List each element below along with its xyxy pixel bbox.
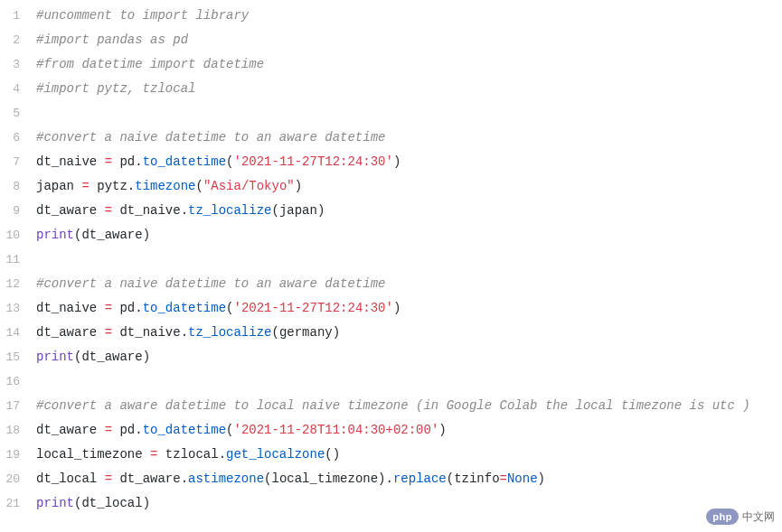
line-number: 20 bbox=[0, 467, 36, 491]
line-content: print(dt_local) bbox=[36, 491, 150, 516]
line-number: 15 bbox=[0, 345, 36, 369]
line-content: dt_aware = pd.to_datetime('2021-11-28T11… bbox=[36, 418, 447, 443]
line-number: 2 bbox=[0, 28, 36, 52]
line-number: 3 bbox=[0, 52, 36, 77]
code-line: 12#convert a naive datetime to an aware … bbox=[0, 272, 782, 296]
line-content: dt_local = dt_aware.astimezone(local_tim… bbox=[36, 467, 545, 491]
line-content: dt_naive = pd.to_datetime('2021-11-27T12… bbox=[36, 150, 400, 174]
code-line: 7dt_naive = pd.to_datetime('2021-11-27T1… bbox=[0, 150, 782, 174]
line-content: #import pandas as pd bbox=[36, 28, 188, 52]
watermark-text: 中文网 bbox=[742, 509, 775, 525]
watermark: php 中文网 bbox=[706, 509, 775, 525]
line-content: #uncomment to import library bbox=[36, 4, 249, 28]
line-number: 1 bbox=[0, 4, 36, 28]
code-line: 14dt_aware = dt_naive.tz_localize(german… bbox=[0, 321, 782, 345]
line-content: local_timezone = tzlocal.get_localzone() bbox=[36, 443, 340, 467]
line-number: 6 bbox=[0, 126, 36, 150]
line-number: 18 bbox=[0, 418, 36, 443]
line-number: 11 bbox=[0, 247, 36, 272]
code-line: 20dt_local = dt_aware.astimezone(local_t… bbox=[0, 467, 782, 491]
code-line: 6#convert a naive datetime to an aware d… bbox=[0, 126, 782, 150]
code-line: 2#import pandas as pd bbox=[0, 28, 782, 52]
line-number: 9 bbox=[0, 199, 36, 223]
code-line: 15print(dt_aware) bbox=[0, 345, 782, 369]
line-number: 8 bbox=[0, 174, 36, 199]
line-number: 14 bbox=[0, 321, 36, 345]
code-line: 1#uncomment to import library bbox=[0, 4, 782, 28]
code-line: 5 bbox=[0, 101, 782, 126]
line-content: #convert a naive datetime to an aware da… bbox=[36, 126, 385, 150]
code-line: 19local_timezone = tzlocal.get_localzone… bbox=[0, 443, 782, 467]
code-line: 8japan = pytz.timezone("Asia/Tokyo") bbox=[0, 174, 782, 199]
line-number: 5 bbox=[0, 101, 36, 126]
code-line: 3#from datetime import datetime bbox=[0, 52, 782, 77]
line-content: dt_naive = pd.to_datetime('2021-11-27T12… bbox=[36, 296, 400, 321]
line-content: print(dt_aware) bbox=[36, 223, 150, 247]
line-content: #import pytz, tzlocal bbox=[36, 77, 195, 101]
line-number: 12 bbox=[0, 272, 36, 296]
line-number: 17 bbox=[0, 394, 36, 418]
line-content: print(dt_aware) bbox=[36, 345, 150, 369]
line-content: #convert a aware datetime to local naive… bbox=[36, 394, 750, 418]
code-line: 9dt_aware = dt_naive.tz_localize(japan) bbox=[0, 199, 782, 223]
line-number: 7 bbox=[0, 150, 36, 174]
line-number: 21 bbox=[0, 491, 36, 516]
line-number: 4 bbox=[0, 77, 36, 101]
code-line: 11 bbox=[0, 247, 782, 272]
line-number: 13 bbox=[0, 296, 36, 321]
code-line: 21print(dt_local) bbox=[0, 491, 782, 516]
code-line: 4#import pytz, tzlocal bbox=[0, 77, 782, 101]
code-block: 1#uncomment to import library2#import pa… bbox=[0, 0, 782, 516]
code-line: 17#convert a aware datetime to local nai… bbox=[0, 394, 782, 418]
line-number: 19 bbox=[0, 443, 36, 467]
line-number: 16 bbox=[0, 369, 36, 394]
code-line: 13dt_naive = pd.to_datetime('2021-11-27T… bbox=[0, 296, 782, 321]
line-content: dt_aware = dt_naive.tz_localize(germany) bbox=[36, 321, 340, 345]
code-line: 18dt_aware = pd.to_datetime('2021-11-28T… bbox=[0, 418, 782, 443]
code-line: 16 bbox=[0, 369, 782, 394]
line-content: dt_aware = dt_naive.tz_localize(japan) bbox=[36, 199, 325, 223]
code-line: 10print(dt_aware) bbox=[0, 223, 782, 247]
line-content: #from datetime import datetime bbox=[36, 52, 264, 77]
watermark-badge: php bbox=[706, 509, 739, 525]
line-content: japan = pytz.timezone("Asia/Tokyo") bbox=[36, 174, 302, 199]
line-content: #convert a naive datetime to an aware da… bbox=[36, 272, 385, 296]
line-number: 10 bbox=[0, 223, 36, 247]
